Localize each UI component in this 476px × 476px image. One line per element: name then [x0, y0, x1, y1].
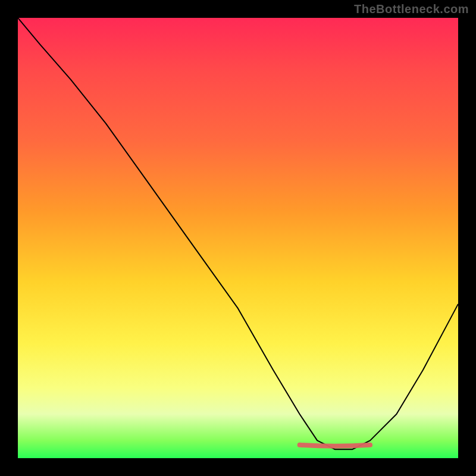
bottleneck-curve — [18, 18, 458, 449]
curve-svg — [18, 18, 458, 458]
watermark-text: TheBottleneck.com — [354, 2, 469, 16]
chart-container: TheBottleneck.com — [0, 0, 476, 476]
plot-area — [18, 18, 458, 458]
optimal-plateau — [300, 445, 370, 446]
